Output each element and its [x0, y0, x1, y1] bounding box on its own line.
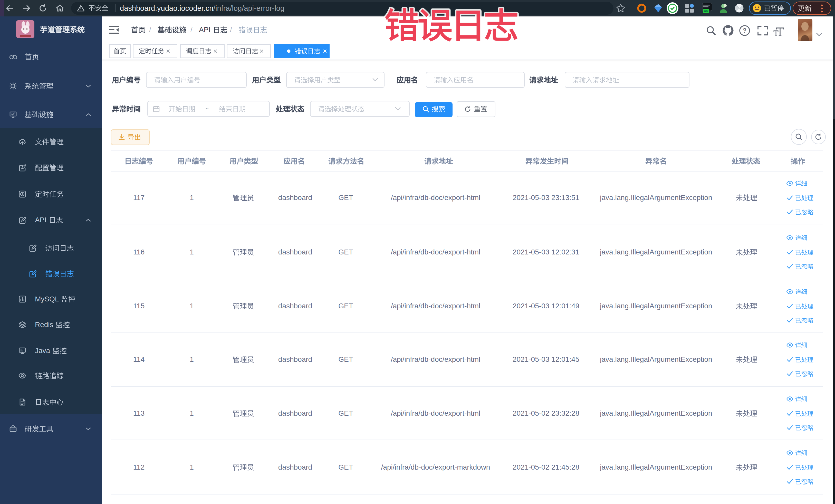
svg-text:?: ? — [743, 27, 747, 34]
svg-text:on: on — [704, 9, 708, 13]
